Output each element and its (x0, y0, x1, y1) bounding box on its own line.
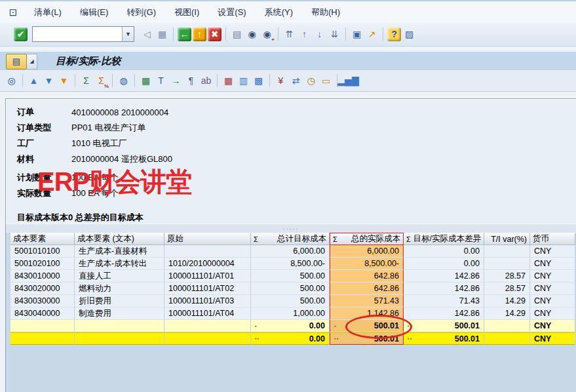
cell-ti_var-4[interactable]: 14.29 (484, 295, 530, 307)
save-icon[interactable]: ▦ (155, 28, 169, 41)
column-header-actual_cost[interactable]: Σ总的实际成本 (330, 233, 404, 245)
change-layout-icon[interactable]: ▥ (237, 74, 250, 88)
column-header-currency[interactable]: 货币 (530, 233, 575, 245)
cell-actual_cost-4[interactable]: 571.43 (330, 295, 404, 307)
grand-total-row-target_cost[interactable]: ▪▪0.00 (251, 332, 330, 345)
grand-total-row-cost_element_text[interactable] (75, 332, 164, 345)
cell-ti_var-3[interactable]: 28.57 (484, 283, 530, 295)
filter-icon[interactable]: ▼ (57, 74, 71, 88)
abc-analysis-icon[interactable]: ab (199, 74, 213, 88)
grand-total-row-currency[interactable]: CNY (530, 332, 575, 345)
cell-ti_var-1[interactable] (484, 258, 530, 270)
cell-target_cost-3[interactable]: 500.00 (251, 283, 330, 295)
text-export-icon[interactable]: ¶ (184, 74, 198, 88)
subtotal-row-ti_var[interactable] (484, 320, 530, 332)
find-next-icon[interactable]: ◉+ (260, 28, 274, 41)
menu-item-help[interactable]: 帮助(H) (302, 4, 349, 21)
grand-total-row-ti_var[interactable] (484, 332, 530, 345)
choose-detail-icon[interactable]: ◎ (5, 74, 18, 88)
column-header-variance[interactable]: Σ目标/实际成本差异 (404, 233, 484, 245)
menu-item-list[interactable]: 清单(L) (25, 4, 71, 21)
cell-origin-2[interactable]: 1000011101/AT01 (164, 270, 251, 283)
services-for-object-button[interactable]: ▤ (6, 54, 27, 69)
excel-export-icon[interactable]: ▦ (139, 74, 153, 88)
cell-variance-1[interactable]: 0.00 (404, 258, 484, 270)
sort-ascending-icon[interactable]: ▲ (27, 74, 41, 88)
cell-target_cost-4[interactable]: 500.00 (251, 295, 330, 307)
subtotal-icon[interactable]: Σ% (94, 74, 108, 88)
customize-layout-icon[interactable]: ▨ (402, 28, 416, 41)
cell-origin-4[interactable]: 1000011101/AT03 (164, 295, 251, 307)
session-icon[interactable]: ⊡ (7, 7, 20, 18)
previous-page-icon[interactable]: ↑ (298, 28, 311, 41)
column-header-target_cost[interactable]: Σ总计目标成本 (251, 233, 330, 245)
new-session-icon[interactable]: ▣ (350, 28, 364, 41)
cell-cost_element-0[interactable]: 5001010100 (10, 245, 75, 258)
menu-item-goto[interactable]: 转到(G) (117, 4, 165, 21)
sort-descending-icon[interactable]: ▼ (42, 74, 56, 88)
cell-cost_element_text-1[interactable]: 生产成本-成本转出 (75, 258, 164, 270)
cell-origin-3[interactable]: 1000011101/AT02 (164, 283, 251, 295)
menu-item-view[interactable]: 视图(I) (165, 4, 208, 21)
menu-item-edit[interactable]: 编辑(E) (71, 4, 117, 21)
time-icon[interactable]: ◷ (304, 74, 318, 88)
save-layout-icon[interactable]: ▩ (252, 74, 265, 88)
command-dropdown-icon[interactable]: ▼ (122, 27, 134, 41)
first-page-icon[interactable]: ⇈ (282, 28, 296, 41)
cell-cost_element-3[interactable]: 8430020000 (10, 283, 75, 295)
cell-actual_cost-0[interactable]: 6,000.00 (330, 245, 404, 258)
subtotal-row-actual_cost[interactable]: ▪500.01 (330, 320, 404, 332)
splitter-handle[interactable]: ····· (283, 227, 299, 231)
next-page-icon[interactable]: ↓ (313, 28, 326, 41)
grand-total-row-actual_cost[interactable]: ▪▪500.01 (330, 332, 404, 345)
print-icon[interactable]: ▤ (230, 28, 244, 41)
command-field[interactable] (33, 28, 122, 40)
cell-actual_cost-3[interactable]: 642.86 (330, 283, 404, 295)
cell-cost_element-4[interactable]: 8430030000 (10, 295, 75, 307)
back-icon[interactable]: ← (178, 28, 191, 41)
cell-ti_var-0[interactable] (484, 245, 530, 258)
last-page-icon[interactable]: ⇊ (328, 28, 341, 41)
cell-target_cost-0[interactable]: 6,000.00 (251, 245, 330, 258)
cell-origin-0[interactable] (164, 245, 251, 258)
column-header-cost_element[interactable]: 成本要素 (10, 233, 75, 245)
cell-target_cost-2[interactable]: 500.00 (251, 270, 330, 283)
services-dropdown-button[interactable]: ◢ (27, 54, 37, 69)
sum-icon[interactable]: Σ (79, 74, 93, 88)
grand-total-row-cost_element[interactable] (10, 332, 75, 345)
cell-variance-2[interactable]: 142.86 (404, 270, 484, 283)
compare-icon[interactable]: ⇄ (289, 74, 303, 88)
cell-variance-4[interactable]: 71.43 (404, 295, 484, 307)
cell-currency-2[interactable]: CNY (530, 270, 575, 283)
cell-cost_element-2[interactable]: 8430010000 (10, 270, 75, 283)
subtotal-row-target_cost[interactable]: ▪0.00 (251, 320, 330, 332)
menu-item-settings[interactable]: 设置(S) (208, 4, 255, 21)
cell-origin-1[interactable]: 1010/2010000004 (164, 258, 251, 270)
cell-currency-3[interactable]: CNY (530, 283, 575, 295)
subtotal-row-cost_element[interactable] (10, 320, 75, 332)
word-processing-icon[interactable]: T (154, 74, 168, 88)
cell-cost_element-1[interactable]: 5001020100 (10, 258, 75, 270)
cell-actual_cost-2[interactable]: 642.86 (330, 270, 404, 283)
cancel-icon[interactable]: ✖ (208, 28, 221, 41)
enter-icon[interactable]: ✔ (14, 28, 28, 41)
cascade-layout-icon[interactable]: ▭ (319, 74, 333, 88)
column-header-origin[interactable]: 原始 (164, 233, 251, 245)
cell-currency-5[interactable]: CNY (530, 307, 575, 320)
cell-target_cost-1[interactable]: 8,500.00- (251, 258, 330, 270)
cell-variance-5[interactable]: 142.86 (404, 307, 484, 320)
cell-currency-4[interactable]: CNY (530, 295, 575, 307)
local-file-icon[interactable]: → (169, 74, 183, 88)
cell-currency-0[interactable]: CNY (530, 245, 575, 258)
cell-actual_cost-5[interactable]: 1,142.86 (330, 307, 404, 320)
subtotal-row-variance[interactable]: ▪500.01 (404, 320, 484, 332)
subtotal-row-origin[interactable] (164, 320, 251, 332)
menu-item-system[interactable]: 系统(Y) (256, 4, 302, 21)
cell-cost_element_text-2[interactable]: 直接人工 (75, 270, 164, 283)
cell-ti_var-2[interactable]: 28.57 (484, 270, 530, 283)
help-icon[interactable]: ? (387, 28, 401, 41)
graphic-icon[interactable]: ▂▅▇ (341, 74, 355, 88)
grand-total-row-variance[interactable]: ▪▪500.01 (404, 332, 484, 345)
currency-icon[interactable]: ¥ (274, 74, 288, 88)
cell-variance-0[interactable]: 0.00 (404, 245, 484, 258)
